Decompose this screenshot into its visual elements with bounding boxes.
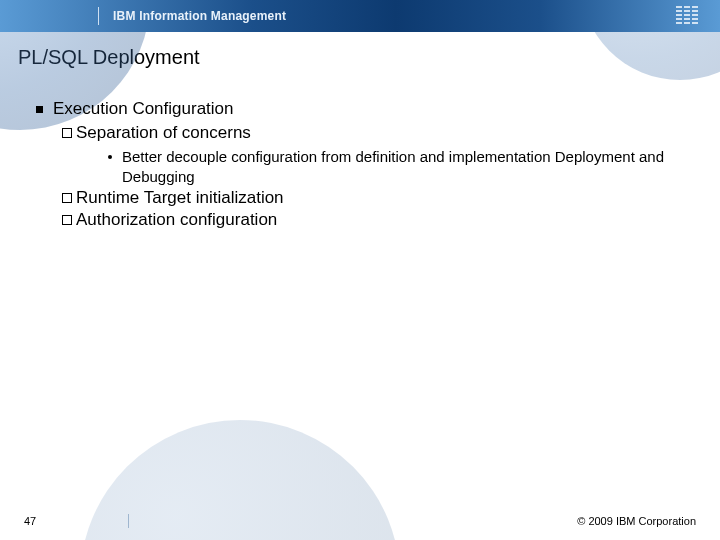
- bullet-l3a-text: Better decouple configuration from defin…: [122, 147, 690, 186]
- page-number: 47: [24, 515, 36, 527]
- bullet-l2b-text: Runtime Target initialization: [76, 188, 284, 208]
- box-bullet-icon: [62, 128, 72, 138]
- bullet-level2: Runtime Target initialization: [62, 188, 690, 208]
- slide-title: PL/SQL Deployment: [18, 46, 720, 69]
- bullet-level2: Authorization configuration: [62, 210, 690, 230]
- slide-body: Execution Configuration Separation of co…: [0, 69, 720, 230]
- ibm-logo-icon: [676, 6, 698, 24]
- bullet-level3: Better decouple configuration from defin…: [108, 147, 690, 186]
- footer-left: 47: [0, 514, 129, 528]
- slide-header: IBM Information Management: [0, 0, 720, 32]
- copyright-text: © 2009 IBM Corporation: [577, 515, 696, 527]
- square-bullet-icon: [36, 106, 43, 113]
- bullet-l2a-text: Separation of concerns: [76, 123, 251, 143]
- box-bullet-icon: [62, 193, 72, 203]
- slide-footer: 47 © 2009 IBM Corporation: [0, 514, 720, 528]
- bullet-level1: Execution Configuration: [36, 99, 690, 119]
- bullet-l2c-text: Authorization configuration: [76, 210, 277, 230]
- dot-bullet-icon: [108, 155, 112, 159]
- header-brand: IBM Information Management: [113, 9, 286, 23]
- header-divider: [98, 7, 99, 25]
- box-bullet-icon: [62, 215, 72, 225]
- bullet-level2: Separation of concerns: [62, 123, 690, 143]
- footer-divider: [128, 514, 129, 528]
- bullet-l1-text: Execution Configuration: [53, 99, 234, 119]
